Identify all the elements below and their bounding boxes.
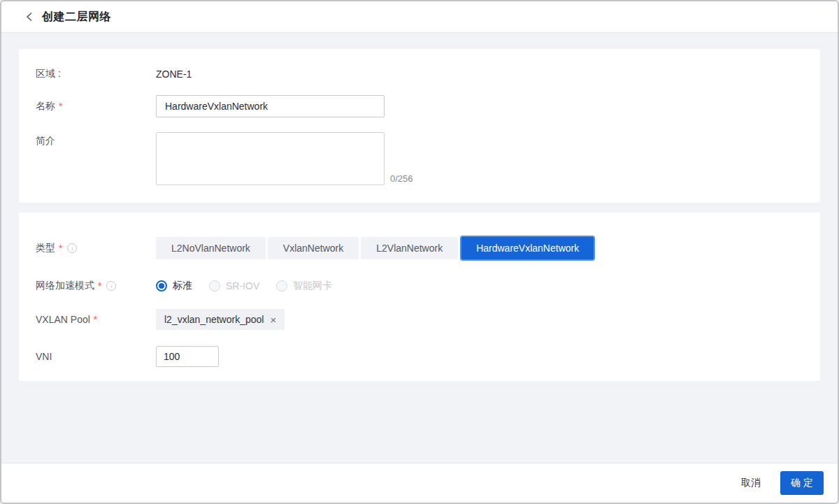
- radio-label: 标准: [173, 280, 192, 292]
- back-button[interactable]: [24, 11, 35, 22]
- accel-mode-label-text: 网络加速模式: [36, 280, 94, 292]
- vni-label-text: VNI: [36, 351, 52, 362]
- type-button-group: L2NoVlanNetwork VxlanNetwork L2VlanNetwo…: [156, 236, 595, 261]
- vni-input[interactable]: [156, 346, 219, 367]
- type-field: 类型 * i L2NoVlanNetwork VxlanNetwork L2Vl…: [36, 236, 803, 261]
- name-label: 名称 *: [36, 100, 156, 113]
- zone-field: 区域 : ZONE-1: [36, 68, 803, 80]
- required-mark: *: [98, 280, 101, 291]
- info-icon[interactable]: i: [67, 243, 77, 253]
- required-mark: *: [59, 243, 62, 254]
- description-label: 简介: [36, 132, 156, 147]
- vni-label: VNI: [36, 351, 156, 362]
- zone-value: ZONE-1: [156, 69, 192, 80]
- footer-bar: 取消 确 定: [1, 463, 838, 503]
- name-label-text: 名称: [36, 100, 55, 113]
- type-label-text: 类型: [36, 242, 55, 254]
- form-content: 区域 : ZONE-1 名称 * 简介 0/256: [1, 33, 838, 463]
- accel-mode-radio-group: 标准 SR-IOV 智能网卡: [156, 280, 349, 292]
- basic-info-panel: 区域 : ZONE-1 名称 * 简介 0/256: [19, 49, 820, 203]
- vni-field: VNI: [36, 346, 803, 367]
- cancel-button[interactable]: 取消: [741, 477, 761, 489]
- chevron-left-icon: [25, 12, 34, 22]
- description-textarea[interactable]: [156, 132, 385, 185]
- required-mark: *: [59, 101, 62, 112]
- zone-label: 区域 :: [36, 68, 156, 80]
- name-field: 名称 *: [36, 95, 803, 117]
- page-title: 创建二层网络: [42, 10, 111, 24]
- radio-label: 智能网卡: [293, 280, 332, 292]
- network-config-panel: 类型 * i L2NoVlanNetwork VxlanNetwork L2Vl…: [19, 213, 820, 381]
- vxlan-pool-label-text: VXLAN Pool: [36, 314, 90, 325]
- info-icon[interactable]: i: [106, 281, 116, 291]
- confirm-button[interactable]: 确 定: [780, 471, 824, 495]
- vxlan-pool-tag-text: l2_vxlan_network_pool: [164, 314, 264, 325]
- type-label: 类型 * i: [36, 242, 156, 254]
- vxlan-pool-tag[interactable]: l2_vxlan_network_pool ×: [156, 309, 285, 330]
- header-bar: 创建二层网络: [1, 1, 838, 33]
- radio-unchecked-icon: [276, 280, 287, 291]
- type-option-l2novlan[interactable]: L2NoVlanNetwork: [156, 237, 266, 259]
- create-l2-network-window: 创建二层网络 区域 : ZONE-1 名称 * 简介: [0, 0, 839, 504]
- char-counter: 0/256: [390, 173, 413, 185]
- radio-label: SR-IOV: [226, 280, 259, 291]
- radio-option-smartnic: 智能网卡: [276, 280, 332, 292]
- description-field: 简介 0/256: [36, 132, 803, 185]
- type-option-vxlan[interactable]: VxlanNetwork: [268, 237, 359, 259]
- vxlan-pool-field: VXLAN Pool * l2_vxlan_network_pool ×: [36, 309, 803, 330]
- type-option-hardwarevxlan[interactable]: HardwareVxlanNetwork: [460, 236, 595, 261]
- radio-checked-icon: [156, 280, 167, 291]
- description-input-wrap: 0/256: [156, 132, 413, 185]
- required-mark: *: [94, 314, 97, 325]
- accel-mode-field: 网络加速模式 * i 标准 SR-IOV 智能网卡: [36, 280, 803, 292]
- remove-tag-icon[interactable]: ×: [270, 315, 276, 325]
- type-option-l2vlan[interactable]: L2VlanNetwork: [361, 237, 458, 259]
- accel-mode-label: 网络加速模式 * i: [36, 280, 156, 292]
- radio-option-standard[interactable]: 标准: [156, 280, 192, 292]
- name-input[interactable]: [156, 95, 385, 117]
- radio-unchecked-icon: [209, 280, 220, 291]
- zone-label-text: 区域 :: [36, 68, 61, 80]
- radio-option-sriov: SR-IOV: [209, 280, 259, 291]
- description-label-text: 简介: [36, 135, 55, 147]
- vxlan-pool-label: VXLAN Pool *: [36, 314, 156, 325]
